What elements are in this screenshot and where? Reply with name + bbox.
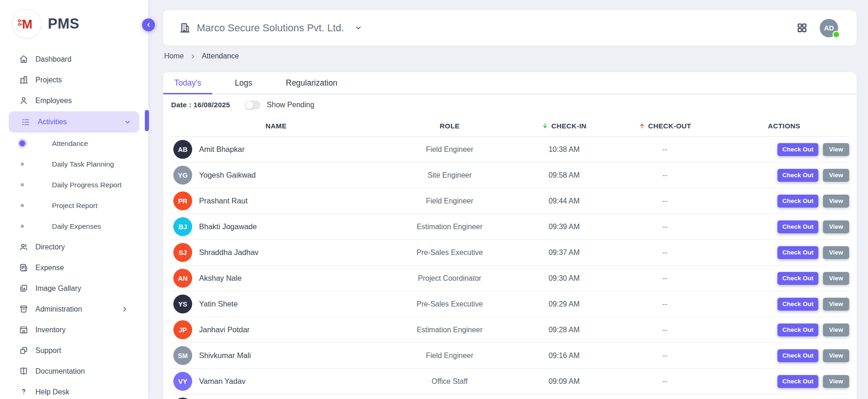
check-out-button[interactable]: Check Out [777, 246, 818, 259]
sidebar-item-dashboard[interactable]: Dashboard [0, 49, 148, 69]
employee-cell: AB Amit Bhapkar [171, 140, 382, 159]
sidebar-item-administration[interactable]: Administration [0, 299, 148, 319]
check-out-button[interactable]: Check Out [777, 298, 818, 311]
receipt-icon [19, 263, 29, 272]
row-avatar-initials: YS [178, 301, 187, 308]
archive-box-icon [19, 304, 29, 314]
sidebar-item-label: Inventory [35, 326, 66, 334]
app-title: PMS [48, 16, 80, 32]
sidebar-item-expense[interactable]: Expense [0, 257, 148, 278]
view-button[interactable]: View [823, 375, 849, 388]
view-button[interactable]: View [823, 324, 849, 336]
sidebar-collapse-button[interactable] [142, 18, 155, 31]
grid-icon [796, 22, 808, 34]
row-avatar: BJ [173, 217, 192, 236]
row-check-out: -- [611, 171, 719, 179]
user-avatar[interactable]: AD [820, 19, 838, 37]
main-content: Marco Secure Solutions Pvt. Ltd. AD Home… [163, 0, 857, 399]
row-avatar: YG [173, 166, 192, 185]
view-button[interactable]: View [823, 246, 849, 259]
table-row: AB Amit Bhapkar Field Engineer 10:38 AM … [171, 137, 849, 162]
sidebar-subitem-label: Daily Task Planning [52, 160, 114, 168]
table-row: YG Yogesh Gaikwad Site Engineer 09:58 AM… [171, 162, 849, 188]
tab-regularization[interactable]: Regularization [275, 72, 348, 93]
sidebar-subitem-daily-progress-report[interactable]: Daily Progress Report [0, 174, 148, 195]
view-button[interactable]: View [823, 298, 849, 311]
view-button[interactable]: View [823, 349, 849, 362]
sidebar-item-image-gallery[interactable]: Image Gallary [0, 278, 148, 299]
view-button[interactable]: View [823, 195, 849, 208]
sidebar-item-inventory[interactable]: Inventory [0, 319, 148, 340]
m-logo-icon: M [17, 16, 36, 32]
check-out-button[interactable]: Check Out [777, 195, 818, 208]
sidebar-item-label: Documentation [35, 367, 85, 376]
table-row: SM Shivkumar Mali Field Engineer 09:16 A… [171, 343, 849, 369]
view-button[interactable]: View [823, 272, 849, 285]
row-check-in: 09:28 AM [518, 326, 611, 334]
row-actions: Check Out View [719, 324, 849, 336]
row-avatar: JP [173, 320, 192, 339]
show-pending-toggle[interactable] [245, 101, 260, 110]
svg-text:M: M [22, 17, 33, 31]
row-check-out: -- [611, 197, 719, 205]
sidebar-item-help-desk[interactable]: Help Desk [0, 382, 148, 399]
sidebar-subitem-label: Attendance [52, 139, 88, 148]
sidebar-subitem-daily-expenses[interactable]: Daily Expenses [0, 216, 148, 237]
row-role: Project Coordinator [382, 274, 518, 283]
check-out-button[interactable]: Check Out [777, 324, 818, 336]
breadcrumb-home[interactable]: Home [164, 52, 184, 60]
check-out-button[interactable]: Check Out [777, 169, 818, 182]
row-role: Estimation Engineer [382, 223, 518, 231]
table-row: Check Out View [171, 394, 849, 399]
row-check-out: -- [611, 145, 719, 154]
sidebar-subitem-daily-task-planning[interactable]: Daily Task Planning [0, 154, 148, 174]
header-check-out-label: CHECK-OUT [648, 122, 691, 130]
row-avatar: SM [173, 346, 192, 365]
header-check-in[interactable]: CHECK-IN [518, 122, 611, 130]
sidebar-item-label: Help Desk [35, 388, 69, 396]
row-avatar: YS [173, 295, 192, 313]
sidebar-item-employees[interactable]: Employees [0, 90, 148, 111]
check-out-button[interactable]: Check Out [777, 349, 818, 362]
table-row: AN Akshay Nale Project Coordinator 09:30… [171, 266, 849, 291]
check-out-button[interactable]: Check Out [777, 272, 818, 285]
sidebar-item-activities[interactable]: Activities [9, 111, 139, 133]
row-check-out: -- [611, 326, 719, 334]
sidebar-item-directory[interactable]: Directory [0, 237, 148, 257]
sidebar-subitem-project-report[interactable]: Project Report [0, 195, 148, 216]
table-row: SJ Shraddha Jadhav Pre-Sales Executive 0… [171, 240, 849, 266]
book-icon [19, 366, 29, 376]
sidebar-subitem-attendance[interactable]: Attendance [0, 133, 148, 154]
row-check-out: -- [611, 274, 719, 283]
table-row: BJ Bhakti Jogawade Estimation Engineer 0… [171, 214, 849, 240]
view-button[interactable]: View [823, 169, 849, 182]
user-initials: AD [824, 24, 834, 32]
row-check-in: 09:09 AM [518, 377, 611, 386]
row-actions: Check Out View [719, 349, 849, 362]
view-button[interactable]: View [823, 220, 849, 233]
row-name: Amit Bhapkar [199, 145, 245, 154]
row-check-in: 10:38 AM [518, 145, 611, 154]
row-name: Akshay Nale [199, 274, 242, 283]
apps-grid-button[interactable] [796, 22, 808, 34]
sidebar-item-projects[interactable]: Projects [0, 69, 148, 90]
check-out-button[interactable]: Check Out [777, 220, 818, 233]
sidebar-item-documentation[interactable]: Documentation [0, 361, 148, 382]
check-out-button[interactable]: Check Out [777, 143, 818, 156]
tab-logs[interactable]: Logs [224, 72, 263, 93]
check-out-button[interactable]: Check Out [777, 375, 818, 388]
row-avatar-initials: JP [179, 326, 187, 334]
row-avatar-initials: AN [178, 275, 188, 282]
row-avatar-initials: YG [178, 172, 188, 179]
company-selector[interactable]: Marco Secure Solutions Pvt. Ltd. [178, 22, 362, 34]
date-label: Date : 16/08/2025 [171, 101, 230, 109]
header-check-out[interactable]: CHECK-OUT [611, 122, 719, 130]
sidebar-item-support[interactable]: Support [0, 340, 148, 361]
view-button[interactable]: View [823, 143, 849, 156]
row-name: Vaman Yadav [199, 377, 246, 386]
tab-todays[interactable]: Today's [163, 72, 212, 93]
row-name: Prashant Raut [199, 197, 247, 205]
employee-cell: SM Shivkumar Mali [171, 346, 382, 365]
row-actions: Check Out View [719, 220, 849, 233]
attendance-table: NAME ROLE CHECK-IN CHECK-OUT ACTIONS AB … [163, 116, 857, 399]
